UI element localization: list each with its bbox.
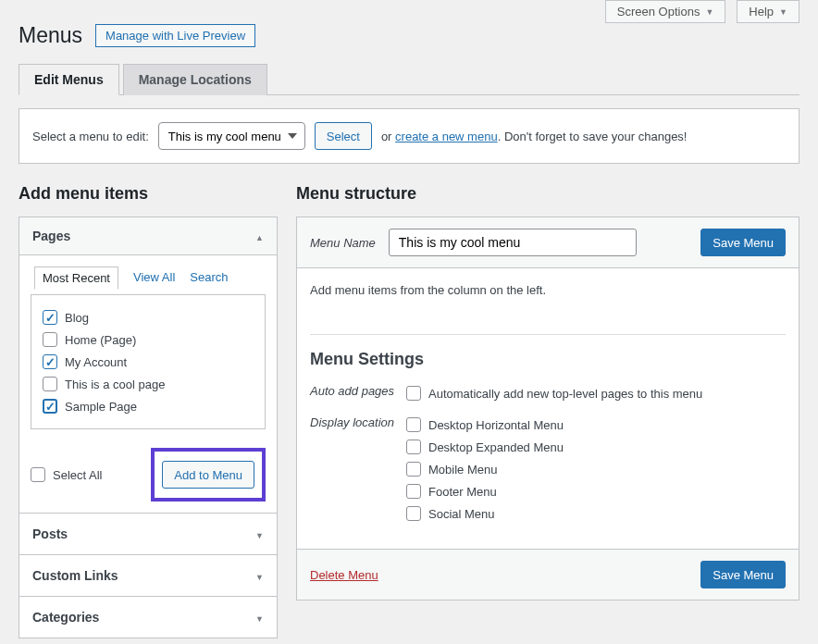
checkbox-footer[interactable] (406, 484, 421, 499)
checkbox-desktop-horizontal[interactable] (406, 417, 421, 432)
checkbox-blog[interactable] (43, 310, 57, 325)
menu-name-input[interactable] (389, 229, 637, 256)
create-new-menu-link[interactable]: create a new menu (395, 130, 498, 143)
help-button[interactable]: Help ▼ (737, 0, 799, 23)
menu-body-text: Add menu items from the column on the le… (310, 283, 786, 297)
triangle-down-icon (255, 610, 264, 625)
tab-edit-menus[interactable]: Edit Menus (19, 64, 119, 95)
menu-structure-heading: Menu structure (296, 184, 799, 204)
accordion-custom-links-header[interactable]: Custom Links (19, 554, 277, 596)
display-location-label: Display location (310, 414, 406, 525)
page-item-home: Home (Page) (43, 328, 254, 351)
select-button[interactable]: Select (315, 122, 372, 150)
location-option: Desktop Expanded Menu (428, 440, 564, 454)
page-label: My Account (65, 355, 127, 369)
triangle-down-icon: ▼ (705, 7, 713, 17)
save-menu-button-bottom[interactable]: Save Menu (700, 561, 786, 588)
tab-manage-locations[interactable]: Manage Locations (123, 64, 267, 95)
location-option: Footer Menu (428, 485, 497, 499)
menu-select[interactable]: This is my cool menu (158, 122, 305, 150)
checkbox-select-all[interactable] (31, 467, 45, 482)
accordion-posts-header[interactable]: Posts (19, 513, 277, 554)
checkbox-sample-page[interactable] (43, 399, 57, 414)
tab-view-all[interactable]: View All (133, 266, 175, 290)
accordion-categories-header[interactable]: Categories (19, 596, 277, 638)
page-label: Sample Page (65, 400, 137, 414)
select-menu-banner: Select a menu to edit: This is my cool m… (19, 108, 799, 164)
nav-tabs: Edit Menus Manage Locations (19, 63, 799, 95)
tab-most-recent[interactable]: Most Recent (34, 266, 118, 290)
add-to-menu-button[interactable]: Add to Menu (162, 461, 254, 489)
accordion-pages-header[interactable]: Pages (19, 217, 277, 255)
page-item-my-account: My Account (43, 351, 254, 373)
select-menu-label: Select a menu to edit: (32, 130, 149, 143)
triangle-up-icon (255, 229, 264, 243)
auto-add-option: Automatically add new top-level pages to… (428, 387, 702, 401)
select-all-label: Select All (53, 468, 102, 482)
page-title: Menus (19, 23, 82, 48)
add-to-menu-highlight: Add to Menu (151, 448, 266, 502)
screen-options-button[interactable]: Screen Options ▼ (605, 0, 726, 23)
page-label: Home (Page) (65, 333, 136, 347)
triangle-down-icon: ▼ (779, 7, 787, 17)
tab-search[interactable]: Search (190, 266, 228, 290)
menu-settings-heading: Menu Settings (310, 350, 786, 369)
page-item-cool-page: This is a cool page (43, 373, 254, 395)
location-option: Desktop Horizontal Menu (428, 418, 564, 432)
or-text: or (381, 130, 392, 143)
checkbox-mobile[interactable] (406, 462, 421, 477)
page-item-sample-page: Sample Page (43, 395, 254, 417)
save-menu-button-top[interactable]: Save Menu (700, 229, 786, 256)
menu-name-label: Menu Name (310, 236, 376, 250)
banner-suffix: . Don't forget to save your changes! (498, 130, 688, 143)
triangle-down-icon (255, 568, 264, 583)
checkbox-social[interactable] (406, 506, 421, 521)
checkbox-my-account[interactable] (43, 354, 57, 369)
add-menu-items-heading: Add menu items (19, 184, 278, 204)
page-label: Blog (65, 311, 89, 325)
checkbox-desktop-expanded[interactable] (406, 440, 421, 454)
checkbox-cool-page[interactable] (43, 377, 57, 391)
triangle-down-icon (255, 526, 264, 541)
checkbox-home[interactable] (43, 332, 57, 347)
location-option: Mobile Menu (428, 463, 497, 477)
delete-menu-link[interactable]: Delete Menu (310, 568, 378, 582)
checkbox-auto-add[interactable] (406, 386, 421, 401)
page-label: This is a cool page (65, 378, 165, 391)
page-item-blog: Blog (43, 306, 254, 328)
auto-add-label: Auto add pages (310, 382, 406, 404)
location-option: Social Menu (428, 507, 495, 521)
manage-live-preview-button[interactable]: Manage with Live Preview (95, 24, 255, 47)
